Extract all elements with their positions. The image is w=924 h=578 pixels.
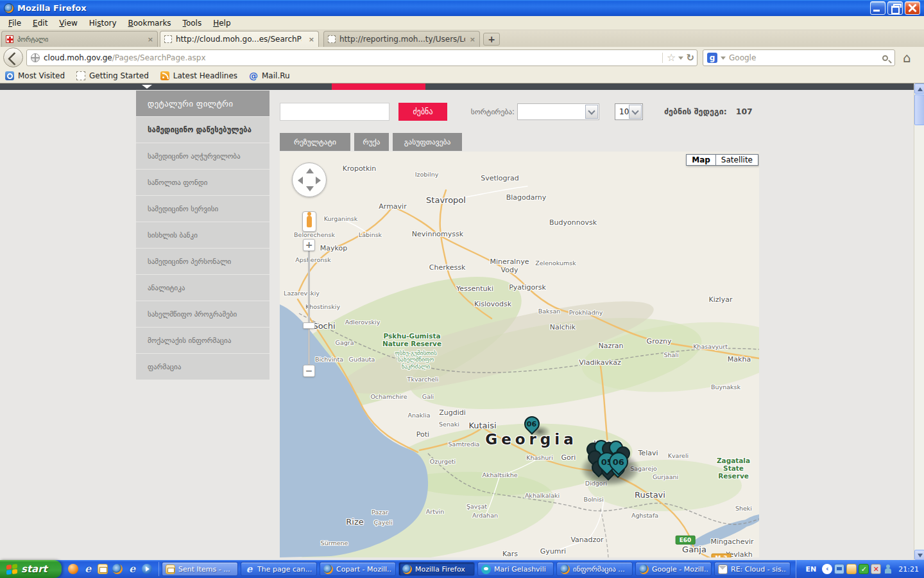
scroll-up-arrow[interactable] bbox=[914, 83, 924, 94]
menu-view[interactable]: View bbox=[53, 16, 83, 30]
start-button[interactable]: start bbox=[0, 560, 62, 578]
menu-help[interactable]: Help bbox=[207, 16, 236, 30]
zoom-slider-track[interactable] bbox=[308, 251, 310, 365]
ie-doc-icon[interactable]: e bbox=[127, 564, 137, 574]
zoom-slider-handle[interactable] bbox=[303, 322, 315, 329]
pan-down-icon[interactable] bbox=[306, 186, 314, 191]
results-count: 107 bbox=[736, 107, 753, 116]
bookmark-label: Latest Headlines bbox=[173, 71, 237, 80]
sidebar-item-3[interactable]: საწოლთა ფონდი bbox=[136, 170, 270, 195]
sidebar-item-4[interactable]: სამედიცინო სერვისი bbox=[136, 196, 270, 222]
menu-file[interactable]: File bbox=[3, 16, 27, 30]
search-query-input[interactable] bbox=[280, 103, 389, 121]
sort-dropdown-arrow-icon[interactable] bbox=[585, 105, 598, 119]
back-button[interactable] bbox=[3, 48, 23, 67]
pan-up-icon[interactable] bbox=[306, 168, 314, 173]
scrollbar-thumb[interactable] bbox=[914, 94, 924, 125]
nav-collapse-caret-icon[interactable] bbox=[142, 85, 152, 89]
sort-dropdown[interactable] bbox=[517, 103, 599, 120]
map-type-satellite-button[interactable]: Satellite bbox=[716, 154, 758, 166]
antivirus-ok-icon[interactable]: ✓ bbox=[859, 564, 869, 574]
pegman-icon bbox=[307, 216, 312, 227]
outlook-reminder-icon[interactable] bbox=[846, 564, 857, 574]
url-text[interactable]: cloud.moh.gov.ge/Pages/SearchPage.aspx bbox=[44, 53, 658, 62]
hide-icons-chevron[interactable]: ‹ bbox=[822, 564, 832, 574]
search-magnifier-icon[interactable] bbox=[882, 55, 888, 61]
quick-launch-ball-icon[interactable] bbox=[68, 564, 78, 574]
zoom-in-button[interactable]: + bbox=[303, 239, 315, 251]
window-titlebar[interactable]: Mozilla Firefox bbox=[0, 0, 924, 16]
taskbar-button-mozilla-firefox[interactable]: Mozilla Firefox bbox=[398, 562, 475, 576]
google-engine-icon[interactable]: g bbox=[707, 53, 717, 63]
sidebar-item-9[interactable]: მოქალაქის ინფორმაცია bbox=[136, 328, 270, 353]
google-map[interactable]: Map Satellite + − KropotkinIzobilnySvetl… bbox=[280, 152, 759, 557]
sidebar-item-7[interactable]: ანალიტიკა bbox=[136, 275, 270, 301]
firefox-icon[interactable] bbox=[112, 564, 123, 574]
bookmark-most-visited[interactable]: Most Visited bbox=[5, 71, 65, 80]
home-button[interactable]: ⌂ bbox=[903, 49, 911, 66]
bookmark-latest-headlines[interactable]: Latest Headlines bbox=[160, 71, 237, 80]
browser-vertical-scrollbar[interactable] bbox=[914, 83, 924, 560]
tab-strip: პორტალი × http://cloud.moh.go...es/Searc… bbox=[0, 30, 924, 47]
scroll-down-arrow[interactable] bbox=[914, 550, 924, 560]
site-identity-globe-icon[interactable] bbox=[31, 53, 40, 62]
menu-bookmarks[interactable]: Bookmarks bbox=[123, 16, 177, 30]
error-icon[interactable]: ✕ bbox=[871, 564, 881, 574]
sidebar-item-2[interactable]: სამედიცინო აღჭურვილობა bbox=[136, 143, 270, 169]
menu-tools[interactable]: Tools bbox=[177, 16, 208, 30]
media-player-icon[interactable] bbox=[142, 564, 152, 574]
network-icon[interactable] bbox=[834, 564, 844, 574]
taskbar-button-mari-gelashvili[interactable]: Mari Gelashvili bbox=[477, 562, 554, 576]
outlook-icon[interactable] bbox=[98, 564, 108, 574]
menu-edit[interactable]: Edit bbox=[27, 16, 53, 30]
pan-right-icon[interactable] bbox=[316, 177, 321, 184]
sidebar-item-5[interactable]: სისხლის ბანკი bbox=[136, 222, 270, 248]
map-view-button[interactable]: რუქა bbox=[354, 133, 389, 151]
tab-close-icon[interactable]: × bbox=[305, 35, 314, 44]
taskbar-button-re-cloud-sis-[interactable]: RE: Cloud - sis... bbox=[714, 562, 791, 576]
results-view-button[interactable]: რეზულტატი bbox=[280, 133, 350, 151]
sidebar-item-10[interactable]: ფარმაცია bbox=[136, 354, 270, 380]
bookmark-label: Most Visited bbox=[18, 71, 65, 80]
map-pan-control[interactable] bbox=[292, 162, 327, 197]
bookmark-mail-ru[interactable]: @Mail.Ru bbox=[249, 71, 290, 80]
ie-icon[interactable]: e bbox=[83, 564, 93, 574]
sidebar-header: დეტალური ფილტრი bbox=[136, 91, 270, 116]
clear-button[interactable]: გასუფთავება bbox=[393, 133, 462, 151]
restore-button[interactable] bbox=[887, 1, 903, 15]
reload-icon[interactable]: ↻ bbox=[686, 53, 694, 63]
tab-close-icon[interactable]: × bbox=[144, 35, 153, 44]
taskbar-button-copart-mozill-[interactable]: Copart - Mozill... bbox=[320, 562, 396, 576]
taskbar-button-sent-items-[interactable]: Sent Items - ... bbox=[162, 562, 238, 576]
url-dropdown-icon[interactable] bbox=[678, 57, 683, 60]
taskbar-button-the-page-can-[interactable]: eThe page can... bbox=[241, 562, 317, 576]
bookmark-star-icon[interactable]: ☆ bbox=[667, 53, 676, 63]
url-bar[interactable]: cloud.moh.gov.ge/Pages/SearchPage.aspx ☆… bbox=[26, 49, 697, 66]
tab-portal[interactable]: პორტალი × bbox=[1, 31, 158, 47]
taskbar-button--[interactable]: ინფორმაცია ... bbox=[556, 562, 633, 576]
pan-left-icon[interactable] bbox=[298, 177, 303, 184]
page-size-dropdown[interactable]: 10 bbox=[615, 103, 643, 120]
sidebar-item-6[interactable]: სამედიცინო პერსონალი bbox=[136, 249, 270, 274]
page-size-arrow-icon[interactable] bbox=[629, 105, 642, 119]
taskbar-button-google-mozill-[interactable]: Google - Mozill... bbox=[635, 562, 712, 576]
tab-searchpage[interactable]: http://cloud.moh.go...es/SearchPage.aspx… bbox=[160, 31, 319, 47]
search-button[interactable]: ძებნა bbox=[398, 103, 447, 121]
zoom-out-button[interactable]: − bbox=[303, 365, 315, 377]
sidebar-item-1[interactable]: სამედიცინო დაწესებულება bbox=[136, 117, 270, 143]
sidebar-item-8[interactable]: სახელმწიფო პროგრამები bbox=[136, 301, 270, 327]
language-indicator[interactable]: EN bbox=[803, 564, 820, 575]
engine-dropdown-icon[interactable] bbox=[721, 57, 726, 60]
bookmark-getting-started[interactable]: Getting Started bbox=[76, 71, 149, 80]
tab-login[interactable]: http://reporting.moh...ty/Users/Login.as… bbox=[323, 31, 480, 47]
map-type-map-button[interactable]: Map bbox=[686, 154, 716, 166]
user-icon[interactable] bbox=[883, 564, 893, 574]
marker-count: 06 bbox=[527, 420, 536, 428]
minimize-button[interactable] bbox=[870, 1, 886, 15]
close-button[interactable] bbox=[905, 1, 920, 15]
street-view-pegman[interactable] bbox=[302, 211, 316, 232]
new-tab-button[interactable]: + bbox=[483, 33, 500, 46]
menu-history[interactable]: History bbox=[83, 16, 123, 30]
search-bar[interactable]: g Google bbox=[703, 49, 895, 66]
tab-close-icon[interactable]: × bbox=[466, 35, 475, 44]
